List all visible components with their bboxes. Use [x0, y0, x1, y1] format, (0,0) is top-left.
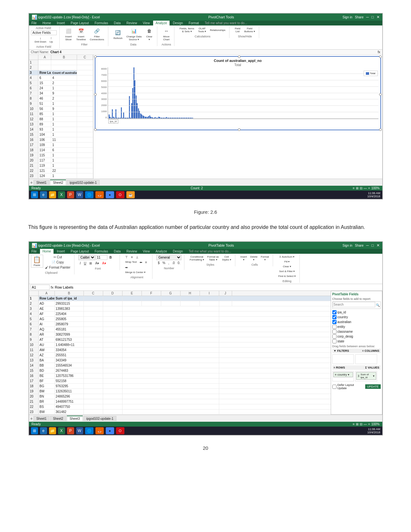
chrome-icon[interactable]: ● [106, 191, 114, 198]
tab-home-2[interactable]: Home [40, 249, 54, 254]
tab-view[interactable]: View [140, 21, 152, 25]
add-sheet-btn[interactable]: + [30, 180, 33, 185]
pivot-checkbox-ipa-id[interactable] [332, 310, 337, 314]
dollar-btn[interactable]: % [161, 261, 167, 265]
copy-btn[interactable]: 📄 Copy [44, 260, 72, 265]
defer-update-checkbox[interactable] [332, 385, 337, 389]
number-format-select[interactable]: General [156, 255, 181, 260]
edge-icon-2[interactable]: 🌐 [85, 427, 93, 434]
change-data-source-btn[interactable]: 📊 Change DataSource ▾ [125, 26, 143, 42]
sheet-tab-sheet1-2[interactable]: Sheet1 [34, 416, 50, 421]
percent-btn[interactable]: $ [156, 261, 161, 265]
align-right-btn[interactable]: ➡ [124, 265, 129, 270]
drill-down-btn[interactable]: ↓Drill Down [33, 36, 47, 44]
chrome-icon-2[interactable]: ● [106, 427, 114, 434]
java-icon[interactable]: ☕ [126, 191, 135, 198]
sheet-tab-ipgod-2[interactable]: ipgod102-update-1 [83, 416, 116, 421]
align-left-btn[interactable]: ⬅ [138, 260, 143, 265]
word-icon-2[interactable]: W [76, 427, 83, 434]
pivot-checkbox-australian[interactable] [332, 320, 337, 324]
tab-formulas-2[interactable]: Formulas [92, 249, 111, 254]
word-icon[interactable]: W [76, 191, 83, 198]
values-area[interactable]: Σ Sum of ipa_id ▾ [355, 371, 377, 381]
windows-icon[interactable]: ⊞ [31, 191, 38, 198]
font-size-input[interactable] [96, 255, 107, 260]
align-center-btn[interactable]: ≡ [144, 260, 148, 265]
edge-icon[interactable]: 🌐 [85, 191, 93, 198]
cell-styles-btn[interactable]: CellStyles ▾ [221, 255, 232, 262]
align-bottom-btn[interactable]: ⊥ [134, 255, 140, 260]
tab-insert-2[interactable]: Insert [54, 249, 67, 254]
tab-page-layout-2[interactable]: Page Layout [68, 249, 91, 254]
tab-review-2[interactable]: Review [124, 249, 140, 254]
tab-analyze-2[interactable]: Analyze [153, 249, 170, 254]
pivot-search-input[interactable] [333, 302, 375, 307]
name-box-2[interactable] [30, 285, 50, 290]
align-top-btn[interactable]: ⊤ [124, 255, 129, 260]
find-select-btn[interactable]: Find & Select ▾ [277, 274, 297, 278]
tab-design[interactable]: Design [170, 21, 185, 25]
paste-btn[interactable]: 📋 Paste [31, 255, 43, 268]
sign-in-link-2[interactable]: Sign in [342, 244, 352, 247]
tab-file-2[interactable]: File [29, 249, 39, 254]
firefox-icon-2[interactable]: 🦊 [95, 427, 104, 434]
bold-btn[interactable]: B [108, 255, 113, 260]
chart-1[interactable]: Count of australian_appl_no Total 8000 7… [95, 56, 381, 130]
excel-icon-2[interactable]: X [58, 427, 65, 434]
autosum-btn[interactable]: Σ AutoSum ▾ [278, 255, 296, 259]
sheet-tab-sheet3-2[interactable]: Sheet3 [67, 416, 83, 421]
sheet-tab-sheet2-2[interactable]: Sheet2 [50, 416, 66, 421]
sort-filter-btn[interactable]: Sort & Filter ▾ [278, 269, 296, 273]
add-sheet-btn-2[interactable]: + [30, 416, 33, 421]
pivot-checkbox-corp-desig[interactable] [332, 334, 337, 339]
tab-format[interactable]: Format [186, 21, 201, 25]
delete-cells-btn[interactable]: Delete▾ [249, 255, 259, 262]
field-buttons-btn[interactable]: FieldButtons ▾ [243, 26, 256, 34]
tab-insert[interactable]: Insert [54, 21, 67, 25]
ie-icon-2[interactable]: e [40, 427, 47, 434]
tab-tell-me-2[interactable]: Tell me what you want to do... [186, 249, 234, 254]
move-btn[interactable]: ↔ MoveChart [161, 26, 171, 42]
wrap-text-btn[interactable]: Wrap Text [124, 260, 138, 265]
font-name-select[interactable]: Calibri [78, 255, 95, 260]
tab-home[interactable]: Home [40, 21, 54, 25]
tab-design-2[interactable]: Design [170, 249, 185, 254]
refresh-btn[interactable]: 🔄 Refresh [112, 28, 124, 40]
rows-area[interactable]: ≡ country ▾ [332, 371, 354, 381]
conditional-formatting-btn[interactable]: ConditionalFormatting ▾ [188, 255, 205, 262]
decrease-decimal-btn[interactable]: 0. [176, 261, 181, 265]
pivot-checkbox-state[interactable] [332, 339, 337, 343]
align-middle-btn[interactable]: ≡ [130, 255, 134, 260]
tab-formulas[interactable]: Formulas [92, 21, 111, 25]
share-btn-2[interactable]: Share [355, 244, 364, 247]
tab-data[interactable]: Data [111, 21, 123, 25]
tab-page-layout[interactable]: Page Layout [68, 21, 91, 25]
formula-input-2[interactable] [55, 285, 381, 289]
fill-color-btn[interactable]: A▾ [94, 261, 100, 266]
clear-btn-2[interactable]: Clear ▾ [282, 264, 292, 269]
tab-analyze[interactable]: Analyze [153, 21, 170, 25]
folder-icon[interactable]: 📁 [49, 191, 56, 198]
insert-slicer-btn[interactable]: ⬜ InsertSlicer [64, 26, 74, 42]
sheet-tab-sheet1[interactable]: Sheet1 [34, 180, 50, 185]
font-color-btn[interactable]: A▾ [101, 261, 107, 266]
columns-area[interactable] [355, 354, 377, 364]
folder-icon-2[interactable]: 📁 [49, 427, 56, 434]
tab-file[interactable]: File [29, 21, 39, 25]
ppt-icon-2[interactable]: P [67, 427, 74, 434]
format-as-table-btn[interactable]: Format asTable ▾ [206, 255, 220, 262]
pivot-checkbox-entity[interactable] [332, 325, 337, 329]
active-field-input[interactable]: Active Fields [31, 30, 57, 35]
underline-btn[interactable]: U [83, 261, 87, 266]
pivot-checkbox-country[interactable] [332, 315, 337, 319]
tab-review[interactable]: Review [124, 21, 140, 25]
pivot-checkbox-classname[interactable] [332, 330, 337, 334]
comma-btn[interactable]: , [167, 261, 171, 265]
insert-timeline-btn[interactable]: 📅 InsertTimeline [75, 26, 87, 42]
sheet-tab-ipgod102[interactable]: ipgod102-update-1 [67, 180, 100, 185]
update-btn[interactable]: UPDATE [365, 384, 381, 389]
excel-icon[interactable]: X [58, 191, 65, 198]
italic-btn[interactable]: I [78, 261, 82, 266]
tab-tell-me[interactable]: Tell me what you want to do... [202, 21, 250, 25]
sheet-tab-sheet2[interactable]: Sheet2 [50, 180, 66, 185]
